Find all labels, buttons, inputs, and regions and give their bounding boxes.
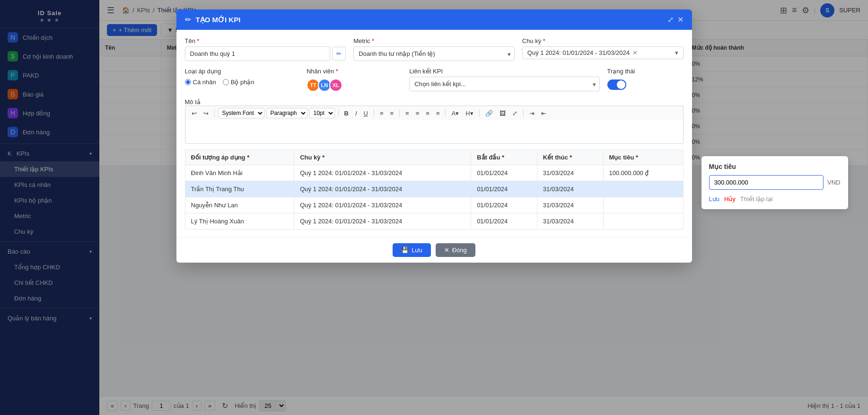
image-button[interactable]: 🖼 <box>497 108 508 118</box>
ul-button[interactable]: ≡ <box>388 108 396 118</box>
toolbar-sep3 <box>374 109 374 117</box>
save-icon: 💾 <box>401 247 409 254</box>
fullscreen-button[interactable]: ⤢ <box>510 108 520 118</box>
metric-group: Metric * Doanh thu tư nhập (Tiền tệ) ▾ <box>353 37 515 61</box>
col-chu-ky: Chu kỳ * <box>294 150 471 165</box>
form-row-1: Tên * ✏ Metric * Doanh thu <box>185 37 684 61</box>
text-color-button[interactable]: A▾ <box>449 108 461 118</box>
trang-thai-toggle[interactable] <box>607 79 684 90</box>
cell-chu-ky: Quý 1 2024: 01/01/2024 - 31/03/2024 <box>294 181 471 197</box>
cell-muc-tieu[interactable] <box>603 197 683 213</box>
modal-save-button[interactable]: 💾 Lưu <box>393 243 430 257</box>
modal-apply-table: Đối tượng áp dụng * Chu kỳ * Bắt đầu * <box>185 150 684 230</box>
table-row[interactable]: Trần Thị Trang Thu Quý 1 2024: 01/01/202… <box>185 181 683 197</box>
align-justify-button[interactable]: ≡ <box>434 108 442 118</box>
cell-bat-dau: 01/01/2024 <box>471 181 537 197</box>
paragraph-select[interactable]: Paragraph <box>266 108 307 118</box>
table-row[interactable]: Lý Thị Hoàng Xuân Quý 1 2024: 01/01/2024… <box>185 213 683 230</box>
radio-bo-phan-input[interactable] <box>223 79 229 85</box>
popup-title: Mục tiêu <box>709 163 841 170</box>
redo-button[interactable]: ↪ <box>201 108 211 118</box>
loai-group: Loại áp dụng Cá nhân Bộ phận <box>185 68 299 86</box>
table-row[interactable]: Nguyễn Như Lan Quý 1 2024: 01/01/2024 - … <box>185 197 683 213</box>
ten-group: Tên * ✏ <box>185 37 346 61</box>
loai-radio-group: Cá nhân Bộ phận <box>185 79 299 86</box>
nhan-vien-label: Nhân viên * <box>307 68 402 75</box>
radio-ca-nhan[interactable]: Cá nhân <box>185 79 216 86</box>
cell-ket-thuc: 31/03/2024 <box>537 181 603 197</box>
align-center-button[interactable]: ≡ <box>413 108 422 118</box>
modal-overlay: ✏ TẠO MỚI KPI ⤢ ✕ Tên * ✏ <box>0 0 868 415</box>
loai-label: Loại áp dụng <box>185 68 299 75</box>
desc-content[interactable] <box>185 120 684 144</box>
cell-doi-tuong: Trần Thị Trang Thu <box>185 181 294 197</box>
metric-select[interactable]: Doanh thu tư nhập (Tiền tệ) <box>353 46 515 61</box>
ol-button[interactable]: ≡ <box>377 108 386 118</box>
size-select[interactable]: 10pt <box>309 108 335 118</box>
align-left-button[interactable]: ≡ <box>403 108 412 118</box>
create-kpi-modal: ✏ TẠO MỚI KPI ⤢ ✕ Tên * ✏ <box>176 9 692 263</box>
edit-icon: ✏ <box>185 15 191 24</box>
modal-header-actions: ⤢ ✕ <box>667 15 684 24</box>
chu-ky-group: Chu kỳ * Quý 1 2024: 01/01/2024 - 31/03/… <box>522 37 684 59</box>
muctieu-input[interactable] <box>709 175 824 190</box>
metric-select-wrap: Doanh thu tư nhập (Tiền tệ) ▾ <box>353 46 515 61</box>
trang-thai-label: Trạng thái <box>607 68 684 75</box>
mo-ta-group: Mô tả ↩ ↪ System Font Paragraph 10pt B I… <box>185 98 684 144</box>
col-ket-thuc: Kết thúc * <box>537 150 603 165</box>
modal-close-button[interactable]: ✕ <box>677 15 684 24</box>
align-right-button[interactable]: ≡ <box>423 108 432 118</box>
muctieu-unit: VND <box>827 179 840 186</box>
form-row-2: Loại áp dụng Cá nhân Bộ phận <box>185 68 684 92</box>
toggle-control[interactable] <box>607 79 626 90</box>
cell-muc-tieu[interactable] <box>603 213 683 230</box>
modal-close-footer-button[interactable]: ✕ Đóng <box>436 243 475 257</box>
muctieu-cancel-link[interactable]: Hủy <box>724 195 736 203</box>
indent-button[interactable]: ⇥ <box>527 108 537 118</box>
lien-ket-label: Liên kết KPI <box>409 68 599 75</box>
link-button[interactable]: 🔗 <box>483 108 495 118</box>
cell-bat-dau: 01/01/2024 <box>471 165 537 181</box>
undo-button[interactable]: ↩ <box>189 108 199 118</box>
cell-doi-tuong: Nguyễn Như Lan <box>185 197 294 213</box>
avatar-stack: TT LN XL <box>307 79 402 92</box>
mo-ta-label: Mô tả <box>185 99 201 106</box>
avatar-xl: XL <box>329 79 342 92</box>
cell-bat-dau: 01/01/2024 <box>471 197 537 213</box>
toolbar-sep1 <box>214 109 215 117</box>
ten-edit-button[interactable]: ✏ <box>332 47 346 61</box>
bold-button[interactable]: B <box>342 108 351 118</box>
col-doi-tuong: Đối tượng áp dụng * <box>185 150 294 165</box>
cell-ket-thuc: 31/03/2024 <box>537 197 603 213</box>
cell-muc-tieu[interactable] <box>603 181 683 197</box>
lien-ket-select[interactable]: Chọn liên kết kpi... <box>409 77 599 91</box>
underline-button[interactable]: U <box>361 108 370 118</box>
font-select[interactable]: System Font <box>218 108 264 118</box>
desc-toolbar: ↩ ↪ System Font Paragraph 10pt B I U ≡ ≡… <box>185 106 684 120</box>
outdent-button[interactable]: ⇤ <box>539 108 549 118</box>
ten-input[interactable] <box>185 46 331 61</box>
cell-chu-ky: Quý 1 2024: 01/01/2024 - 31/03/2024 <box>294 213 471 230</box>
cell-doi-tuong: Lý Thị Hoàng Xuân <box>185 213 294 230</box>
cell-ket-thuc: 31/03/2024 <box>537 165 603 181</box>
radio-ca-nhan-input[interactable] <box>185 79 191 85</box>
cell-muc-tieu[interactable]: 100.000.000 ₫ <box>603 165 683 181</box>
lien-ket-select-wrap: Chọn liên kết kpi... ▾ <box>409 77 599 91</box>
muctieu-reset-link[interactable]: Thiết lập lại <box>740 195 773 203</box>
nhan-vien-group: Nhân viên * TT LN XL <box>307 68 402 92</box>
close-icon: ✕ <box>444 247 449 254</box>
trang-thai-group: Trạng thái <box>607 68 684 90</box>
radio-bo-phan[interactable]: Bộ phận <box>223 79 254 86</box>
italic-button[interactable]: I <box>353 108 359 118</box>
col-bat-dau: Bắt đầu * <box>471 150 537 165</box>
chu-ky-tag[interactable]: Quý 1 2024: 01/01/2024 - 31/03/2024 ✕ ▾ <box>522 46 684 59</box>
ten-label: Tên * <box>185 37 346 44</box>
muctieu-popup: Mục tiêu VND Lưu Hủy Thiết lập lại <box>701 156 848 209</box>
highlight-button[interactable]: H▾ <box>463 108 475 118</box>
modal-expand-button[interactable]: ⤢ <box>667 15 674 24</box>
table-row[interactable]: Đinh Văn Minh Hải Quý 1 2024: 01/01/2024… <box>185 165 683 181</box>
muctieu-save-link[interactable]: Lưu <box>709 195 719 203</box>
col-muc-tieu: Mục tiêu * <box>603 150 683 165</box>
modal-header: ✏ TẠO MỚI KPI ⤢ ✕ <box>176 9 692 30</box>
chu-ky-remove-icon[interactable]: ✕ <box>632 49 638 56</box>
